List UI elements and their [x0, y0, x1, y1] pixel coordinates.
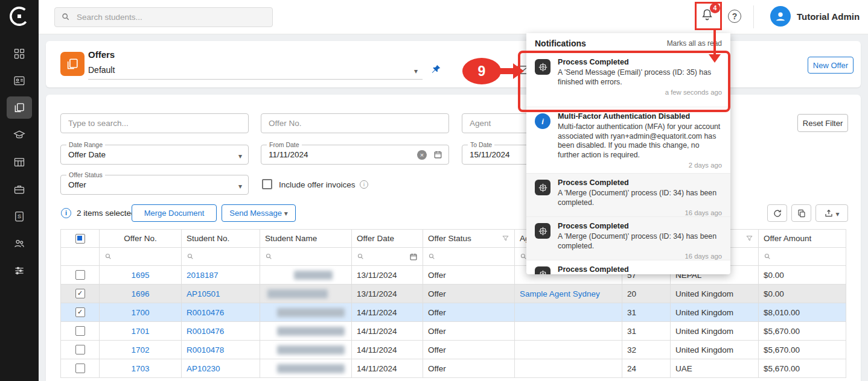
offer-no-link[interactable]: 1695	[131, 271, 149, 280]
filter-funnel-icon[interactable]	[502, 235, 509, 242]
offers-header-card: Offers Default New Offer	[46, 41, 861, 87]
student-no-link[interactable]: AP10230	[187, 364, 220, 373]
sidebar-item-settings[interactable]	[0, 257, 39, 284]
view-select[interactable]: Default	[88, 63, 423, 80]
person-icon	[774, 10, 787, 23]
row-checkbox[interactable]	[75, 289, 85, 298]
offer-no-link[interactable]: 1702	[131, 345, 149, 354]
offer-no-link[interactable]: 1700	[131, 308, 149, 317]
offer-no-input[interactable]	[261, 113, 449, 133]
row-checkbox[interactable]	[75, 270, 85, 280]
sidebar-item-courses[interactable]	[0, 121, 39, 148]
filter-cell-student-name[interactable]	[260, 248, 352, 266]
table-row[interactable]: 1700 R0010476 14/11/2024 Offer 31 United…	[61, 303, 846, 322]
sidebar-item-offers[interactable]	[0, 94, 39, 121]
search-icon	[265, 253, 273, 260]
offer-no-link[interactable]: 1701	[131, 327, 149, 336]
offer-no-link[interactable]: 1703	[131, 364, 149, 373]
filter-cell-offer-date[interactable]	[352, 248, 423, 266]
col-label: Student No.	[187, 234, 229, 243]
from-date-label: From Date	[267, 141, 302, 148]
search-icon	[764, 253, 771, 260]
col-student-no[interactable]: Student No.	[182, 230, 260, 248]
filter-cell-student-no[interactable]	[182, 248, 260, 266]
table-row[interactable]: 1702 R0010478 14/11/2024 Offer 32 United…	[61, 341, 846, 359]
topbar-divider	[753, 5, 754, 28]
col-offer-status[interactable]: Offer Status	[423, 230, 515, 248]
notification-title: Multi-Factor Authentication Disabled	[558, 112, 722, 121]
people-icon	[7, 232, 32, 254]
agent-link[interactable]: Sample Agent Sydney	[520, 289, 600, 298]
student-no-link[interactable]: R0010476	[187, 308, 224, 317]
sidebar-item-statements[interactable]: S	[0, 203, 39, 230]
sliders-icon	[7, 259, 32, 282]
app-logo-icon	[7, 4, 31, 28]
date-range-select[interactable]: Date Range Offer Date	[60, 145, 249, 165]
student-no-link[interactable]: R0010478	[187, 345, 224, 354]
pin-icon[interactable]	[430, 63, 442, 75]
clear-date-icon[interactable]: ×	[417, 150, 427, 160]
table-row[interactable]: 1696 AP10501 13/11/2024 Offer Sample Age…	[61, 285, 846, 303]
notification-title: Process Completed	[558, 265, 722, 274]
calendar-icon[interactable]	[409, 253, 418, 261]
export-button[interactable]	[815, 204, 848, 222]
user-name: Tutorial Admin	[797, 11, 860, 22]
offer-status-cell: Offer	[423, 303, 515, 322]
offer-no-link[interactable]: 1696	[131, 289, 149, 298]
grid-search-input[interactable]	[60, 113, 249, 133]
sidebar-item-agents[interactable]	[0, 230, 39, 257]
help-icon[interactable]: ?	[728, 10, 741, 23]
search-icon	[428, 253, 436, 260]
calendar-icon[interactable]	[433, 150, 442, 159]
col-label: Offer Status	[428, 234, 471, 243]
reset-filter-button[interactable]: Reset Filter	[797, 114, 848, 132]
notification-time: 16 days ago	[558, 253, 722, 260]
student-no-link[interactable]: AP10501	[187, 289, 220, 298]
chevron-down-icon	[284, 209, 288, 218]
col-offer-date[interactable]: Offer Date	[352, 230, 423, 248]
select-all-checkbox[interactable]	[75, 234, 85, 244]
country-cell: United Kingdom	[671, 285, 759, 303]
col-offer-no[interactable]: Offer No.	[100, 230, 182, 248]
search-students-input[interactable]	[75, 8, 265, 26]
notification-item[interactable]: Process Completed	[526, 260, 730, 274]
country-cell: United Kingdom	[671, 341, 759, 359]
include-invoices-checkbox[interactable]	[262, 179, 272, 189]
search-icon	[104, 253, 112, 260]
date-range-label: Date Range	[66, 141, 105, 148]
agent-cell	[515, 322, 622, 341]
student-name-redacted	[294, 271, 333, 280]
filter-cell-offer-no[interactable]	[100, 248, 182, 266]
notification-item[interactable]: Process Completed A 'Merge (Document)' p…	[526, 217, 730, 260]
from-date-field[interactable]: From Date 11/11/2024 ×	[261, 145, 449, 165]
row-checkbox[interactable]	[75, 364, 85, 373]
notifications-title: Notifications	[535, 39, 586, 48]
student-no-link[interactable]: R0010476	[187, 327, 224, 336]
col-student-name[interactable]: Student Name	[260, 230, 352, 248]
sidebar-item-contacts[interactable]	[0, 67, 39, 94]
topbar: 4 ? Tutorial Admin	[39, 0, 868, 34]
offer-status-select[interactable]: Offer Status Offer	[60, 175, 249, 195]
sidebar-item-tables[interactable]	[0, 148, 39, 175]
filter-funnel-icon[interactable]	[745, 235, 753, 242]
table-row[interactable]: 1703 AP10230 14/11/2024 Offer 24 UAE $5,…	[61, 359, 846, 378]
notification-item[interactable]: Process Completed A 'Merge (Document)' p…	[526, 174, 730, 217]
chevron-down-icon	[238, 150, 242, 161]
row-checkbox[interactable]	[75, 345, 85, 354]
new-offer-button[interactable]: New Offer	[808, 57, 854, 74]
avatar[interactable]	[770, 6, 791, 27]
sidebar-item-jobs[interactable]	[0, 175, 39, 203]
filter-cell-offer-amount[interactable]	[759, 248, 846, 266]
send-message-button[interactable]: Send Message	[222, 204, 296, 222]
merge-document-button[interactable]: Merge Document	[132, 204, 217, 222]
sidebar-item-dashboard[interactable]	[0, 40, 39, 67]
filter-cell-offer-status[interactable]	[423, 248, 515, 266]
notification-item[interactable]: i Multi-Factor Authentication Disabled M…	[526, 107, 730, 174]
row-checkbox[interactable]	[75, 307, 85, 317]
row-checkbox[interactable]	[75, 326, 85, 336]
student-no-link[interactable]: 2018187	[187, 271, 219, 280]
refresh-button[interactable]	[767, 204, 787, 222]
col-offer-amount[interactable]: Offer Amount	[759, 230, 846, 248]
copy-grid-button[interactable]	[791, 204, 811, 222]
table-row[interactable]: 1701 R0010476 14/11/2024 Offer 31 United…	[61, 322, 846, 341]
